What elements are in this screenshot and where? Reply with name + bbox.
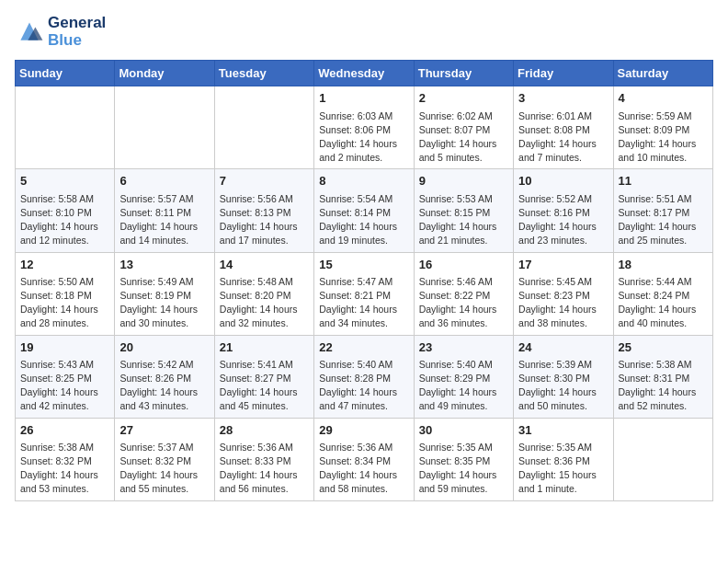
day-number: 4 (619, 90, 708, 107)
day-number: 25 (619, 339, 708, 356)
day-info: Sunrise: 5:42 AMSunset: 8:26 PMDaylight:… (119, 358, 209, 414)
day-info: Sunrise: 5:46 AMSunset: 8:22 PMDaylight:… (419, 275, 508, 331)
day-number: 5 (20, 173, 109, 190)
calendar-day-cell: 10Sunrise: 5:52 AMSunset: 8:16 PMDayligh… (514, 169, 613, 252)
day-number: 27 (119, 422, 209, 439)
page-header: General Blue (15, 15, 713, 49)
calendar-day-cell: 23Sunrise: 5:40 AMSunset: 8:29 PMDayligh… (414, 335, 513, 418)
day-number: 6 (119, 173, 209, 190)
calendar-day-cell: 3Sunrise: 6:01 AMSunset: 8:08 PMDaylight… (514, 86, 613, 169)
calendar-day-cell: 21Sunrise: 5:41 AMSunset: 8:27 PMDayligh… (214, 335, 313, 418)
day-number: 28 (220, 422, 309, 439)
calendar-day-cell: 15Sunrise: 5:47 AMSunset: 8:21 PMDayligh… (314, 252, 414, 335)
day-number: 12 (20, 257, 109, 273)
day-info: Sunrise: 5:36 AMSunset: 8:33 PMDaylight:… (220, 441, 309, 497)
day-number: 16 (419, 257, 508, 273)
day-info: Sunrise: 5:59 AMSunset: 8:09 PMDaylight:… (619, 109, 708, 166)
calendar-day-cell: 19Sunrise: 5:43 AMSunset: 8:25 PMDayligh… (16, 335, 115, 418)
calendar-day-cell: 7Sunrise: 5:56 AMSunset: 8:13 PMDaylight… (214, 169, 313, 252)
calendar-day-cell: 20Sunrise: 5:42 AMSunset: 8:26 PMDayligh… (115, 335, 214, 418)
day-number: 14 (220, 257, 309, 273)
day-number: 19 (20, 339, 109, 356)
logo: General Blue (15, 15, 106, 49)
calendar-day-cell (16, 86, 115, 169)
calendar-day-cell: 18Sunrise: 5:44 AMSunset: 8:24 PMDayligh… (613, 252, 712, 335)
day-number: 11 (619, 173, 708, 190)
calendar-day-cell: 2Sunrise: 6:02 AMSunset: 8:07 PMDaylight… (414, 86, 513, 169)
day-info: Sunrise: 5:43 AMSunset: 8:25 PMDaylight:… (20, 358, 109, 414)
calendar-day-cell: 27Sunrise: 5:37 AMSunset: 8:32 PMDayligh… (115, 418, 214, 500)
day-number: 18 (619, 257, 708, 273)
day-info: Sunrise: 5:35 AMSunset: 8:36 PMDaylight:… (518, 441, 608, 497)
calendar-day-cell: 11Sunrise: 5:51 AMSunset: 8:17 PMDayligh… (613, 169, 712, 252)
weekday-header: Tuesday (214, 61, 313, 86)
day-number: 31 (518, 422, 608, 439)
day-number: 13 (119, 257, 209, 273)
day-info: Sunrise: 5:58 AMSunset: 8:10 PMDaylight:… (20, 192, 109, 248)
day-info: Sunrise: 5:54 AMSunset: 8:14 PMDaylight:… (319, 192, 408, 248)
day-info: Sunrise: 5:38 AMSunset: 8:31 PMDaylight:… (619, 358, 708, 414)
day-info: Sunrise: 5:48 AMSunset: 8:20 PMDaylight:… (220, 275, 309, 331)
calendar-day-cell: 26Sunrise: 5:38 AMSunset: 8:32 PMDayligh… (16, 418, 115, 500)
day-info: Sunrise: 5:44 AMSunset: 8:24 PMDaylight:… (619, 275, 708, 331)
day-number: 20 (119, 339, 209, 356)
calendar-day-cell: 13Sunrise: 5:49 AMSunset: 8:19 PMDayligh… (115, 252, 214, 335)
day-info: Sunrise: 5:39 AMSunset: 8:30 PMDaylight:… (518, 358, 608, 414)
calendar-day-cell: 17Sunrise: 5:45 AMSunset: 8:23 PMDayligh… (514, 252, 613, 335)
calendar-day-cell: 29Sunrise: 5:36 AMSunset: 8:34 PMDayligh… (314, 418, 414, 500)
day-number: 23 (419, 339, 508, 356)
day-number: 22 (319, 339, 408, 356)
calendar-week-row: 5Sunrise: 5:58 AMSunset: 8:10 PMDaylight… (16, 169, 713, 252)
calendar-day-cell: 30Sunrise: 5:35 AMSunset: 8:35 PMDayligh… (414, 418, 513, 500)
day-info: Sunrise: 5:50 AMSunset: 8:18 PMDaylight:… (20, 275, 109, 331)
calendar-day-cell: 16Sunrise: 5:46 AMSunset: 8:22 PMDayligh… (414, 252, 513, 335)
calendar-day-cell: 5Sunrise: 5:58 AMSunset: 8:10 PMDaylight… (16, 169, 115, 252)
calendar-day-cell: 9Sunrise: 5:53 AMSunset: 8:15 PMDaylight… (414, 169, 513, 252)
calendar-week-row: 26Sunrise: 5:38 AMSunset: 8:32 PMDayligh… (16, 418, 713, 500)
day-info: Sunrise: 5:40 AMSunset: 8:29 PMDaylight:… (419, 358, 508, 414)
day-info: Sunrise: 5:49 AMSunset: 8:19 PMDaylight:… (119, 275, 209, 331)
calendar-table: SundayMondayTuesdayWednesdayThursdayFrid… (15, 60, 713, 500)
calendar-week-row: 12Sunrise: 5:50 AMSunset: 8:18 PMDayligh… (16, 252, 713, 335)
day-info: Sunrise: 5:36 AMSunset: 8:34 PMDaylight:… (319, 441, 408, 497)
day-info: Sunrise: 5:35 AMSunset: 8:35 PMDaylight:… (419, 441, 508, 497)
calendar-week-row: 19Sunrise: 5:43 AMSunset: 8:25 PMDayligh… (16, 335, 713, 418)
day-number: 10 (518, 173, 608, 190)
calendar-day-cell: 25Sunrise: 5:38 AMSunset: 8:31 PMDayligh… (613, 335, 712, 418)
calendar-day-cell (214, 86, 313, 169)
calendar-day-cell (613, 418, 712, 500)
calendar-day-cell: 24Sunrise: 5:39 AMSunset: 8:30 PMDayligh… (514, 335, 613, 418)
weekday-header: Friday (514, 61, 613, 86)
day-number: 21 (220, 339, 309, 356)
day-info: Sunrise: 6:02 AMSunset: 8:07 PMDaylight:… (419, 109, 508, 166)
day-info: Sunrise: 5:38 AMSunset: 8:32 PMDaylight:… (20, 441, 109, 497)
calendar-week-row: 1Sunrise: 6:03 AMSunset: 8:06 PMDaylight… (16, 86, 713, 169)
day-number: 17 (518, 257, 608, 273)
day-number: 29 (319, 422, 408, 439)
day-number: 30 (419, 422, 508, 439)
day-info: Sunrise: 5:51 AMSunset: 8:17 PMDaylight:… (619, 192, 708, 248)
day-number: 8 (319, 173, 408, 190)
day-number: 24 (518, 339, 608, 356)
calendar-day-cell: 12Sunrise: 5:50 AMSunset: 8:18 PMDayligh… (16, 252, 115, 335)
calendar-day-cell: 4Sunrise: 5:59 AMSunset: 8:09 PMDaylight… (613, 86, 712, 169)
day-info: Sunrise: 5:45 AMSunset: 8:23 PMDaylight:… (518, 275, 608, 331)
day-number: 15 (319, 257, 408, 273)
day-number: 26 (20, 422, 109, 439)
calendar-day-cell: 14Sunrise: 5:48 AMSunset: 8:20 PMDayligh… (214, 252, 313, 335)
day-number: 7 (220, 173, 309, 190)
calendar-day-cell: 8Sunrise: 5:54 AMSunset: 8:14 PMDaylight… (314, 169, 414, 252)
weekday-header: Monday (115, 61, 214, 86)
calendar-day-cell: 1Sunrise: 6:03 AMSunset: 8:06 PMDaylight… (314, 86, 414, 169)
day-info: Sunrise: 5:37 AMSunset: 8:32 PMDaylight:… (119, 441, 209, 497)
weekday-header: Thursday (414, 61, 513, 86)
day-info: Sunrise: 6:03 AMSunset: 8:06 PMDaylight:… (319, 109, 408, 166)
calendar-day-cell (115, 86, 214, 169)
day-info: Sunrise: 5:47 AMSunset: 8:21 PMDaylight:… (319, 275, 408, 331)
calendar-day-cell: 31Sunrise: 5:35 AMSunset: 8:36 PMDayligh… (514, 418, 613, 500)
day-number: 2 (419, 90, 508, 107)
day-number: 1 (319, 90, 408, 107)
day-info: Sunrise: 5:56 AMSunset: 8:13 PMDaylight:… (220, 192, 309, 248)
day-info: Sunrise: 6:01 AMSunset: 8:08 PMDaylight:… (518, 109, 608, 166)
calendar-day-cell: 6Sunrise: 5:57 AMSunset: 8:11 PMDaylight… (115, 169, 214, 252)
